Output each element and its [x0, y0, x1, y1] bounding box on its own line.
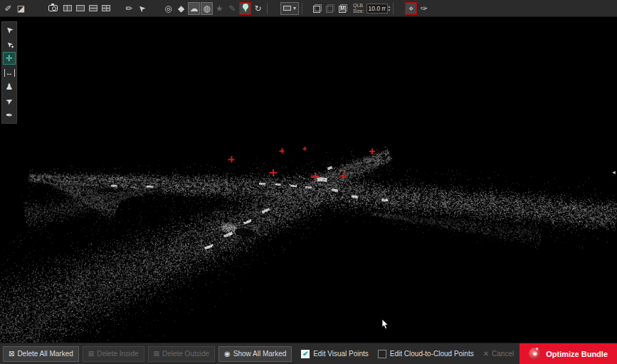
star-points-icon: ★: [213, 2, 226, 15]
button-label: Delete All Marked: [17, 350, 73, 358]
erase-tool-icon[interactable]: ◪: [15, 2, 27, 15]
qlb-size-control: QLBSize:▴▾: [353, 3, 390, 14]
close-icon: ✕: [483, 350, 489, 358]
viewport-3d[interactable]: ◂: [0, 17, 617, 343]
qlb-size-input[interactable]: [366, 4, 388, 14]
draw-polyline-icon[interactable]: ✏: [123, 2, 135, 15]
cancel-label: Cancel: [492, 350, 514, 358]
spark-icon: ✦: [535, 346, 539, 351]
mouse-cursor: [381, 318, 389, 330]
left-tool-palette: ➤➤✦✛↔♟➤✒: [1, 21, 17, 124]
control-point-marker[interactable]: [311, 173, 320, 181]
marked-points-icon: ⊠: [9, 350, 14, 358]
point-cloud-icon[interactable]: ◎: [162, 2, 174, 15]
move-point-tool-icon[interactable]: ✛: [3, 52, 16, 65]
edit-tag-tool-icon[interactable]: ✐: [2, 2, 14, 15]
fly-navigate-tool-icon[interactable]: ➤: [3, 95, 16, 107]
control-point-pin-icon[interactable]: [239, 2, 251, 15]
qlb-cube-alt-icon: [324, 2, 336, 15]
marked-points-actions: ⊠Delete All Marked⊠Delete Inside⊠Delete …: [3, 346, 295, 362]
marked-points-icon: ⊠: [88, 350, 94, 358]
pick-cursor-icon[interactable]: ➤: [136, 2, 148, 15]
selection-shape-dropdown[interactable]: ▾: [280, 2, 299, 15]
cancel-button: ✕ Cancel: [483, 350, 515, 358]
checkbox-unchecked-icon[interactable]: [378, 350, 386, 358]
bottom-action-bar: ⊠Delete All Marked⊠Delete Inside⊠Delete …: [0, 343, 617, 364]
edit-visual-points-checkbox[interactable]: ✔Edit Visual Points: [301, 350, 369, 358]
pick-cloud-point-icon[interactable]: ⌖: [405, 2, 417, 15]
layout-quad-pane-icon[interactable]: [100, 2, 112, 15]
person-view-tool-icon[interactable]: ♟: [3, 80, 16, 93]
sphere-display-icon[interactable]: ◍: [201, 2, 213, 15]
checkbox-label: Edit Cloud-to-Cloud Points: [390, 350, 474, 358]
show-all-marked-button[interactable]: ◉Show All Marked: [218, 346, 292, 362]
top-toolbar: ✐◪✏➤◎◆☁◍★✎↻▾MQLBSize:▴▾⌖✑: [0, 0, 617, 17]
control-point-marker[interactable]: [270, 169, 277, 176]
control-point-marker[interactable]: [340, 173, 347, 179]
control-point-marker[interactable]: [303, 147, 307, 151]
point-cloud-canvas: [0, 17, 617, 343]
edit-points-icon: ✎: [226, 2, 238, 15]
control-point-marker[interactable]: [280, 149, 285, 154]
qlb-cube-icon[interactable]: [311, 2, 323, 15]
qlb-size-label: QLBSize:: [353, 3, 364, 14]
measure-distance-tool-icon[interactable]: ↔: [3, 66, 16, 79]
delete-outside-button: ⊠Delete Outside: [148, 346, 216, 362]
rotate-pin-icon[interactable]: ↻: [252, 2, 264, 15]
button-label: Delete Outside: [162, 350, 209, 358]
checkbox-label: Edit Visual Points: [313, 350, 369, 358]
marked-points-icon: ◉: [224, 350, 231, 358]
layout-single-pane-icon[interactable]: [74, 2, 86, 15]
qlb-cube-m-icon[interactable]: M: [337, 2, 349, 15]
layout-split-vertical-icon[interactable]: [61, 2, 73, 15]
button-label: Show All Marked: [233, 350, 286, 358]
control-point-marker[interactable]: [228, 156, 235, 163]
panel-expand-arrow[interactable]: ◂: [611, 165, 617, 179]
checkbox-checked-icon[interactable]: ✔: [301, 350, 310, 358]
delete-all-marked-button[interactable]: ⊠Delete All Marked: [3, 346, 79, 362]
optimize-bundle-button[interactable]: ✳ ✦ Optimize Bundle: [520, 343, 617, 364]
button-label: Delete Inside: [97, 350, 138, 358]
select-tool-icon[interactable]: ➤: [3, 23, 16, 36]
tag-points-icon[interactable]: ◆: [175, 2, 187, 15]
optimize-bundle-label: Optimize Bundle: [546, 350, 608, 358]
camera-icon[interactable]: [47, 2, 59, 15]
cloud-display-icon[interactable]: ☁: [188, 2, 200, 15]
bottom-right-actions: ✔Edit Visual PointsEdit Cloud-to-Cloud P…: [301, 343, 617, 364]
qlb-size-spinner[interactable]: ▴▾: [389, 5, 391, 11]
select-points-tool-icon[interactable]: ➤✦: [3, 38, 16, 50]
control-point-marker[interactable]: [369, 149, 375, 154]
marked-points-icon: ⊠: [154, 350, 159, 358]
edit-cloud-to-cloud-checkbox[interactable]: Edit Cloud-to-Cloud Points: [378, 350, 474, 358]
paint-brush-tool-icon[interactable]: ✒: [3, 109, 16, 122]
layout-split-horizontal-icon[interactable]: [87, 2, 99, 15]
delete-inside-button: ⊠Delete Inside: [83, 346, 144, 362]
paint-select-icon[interactable]: ✑: [418, 2, 430, 15]
